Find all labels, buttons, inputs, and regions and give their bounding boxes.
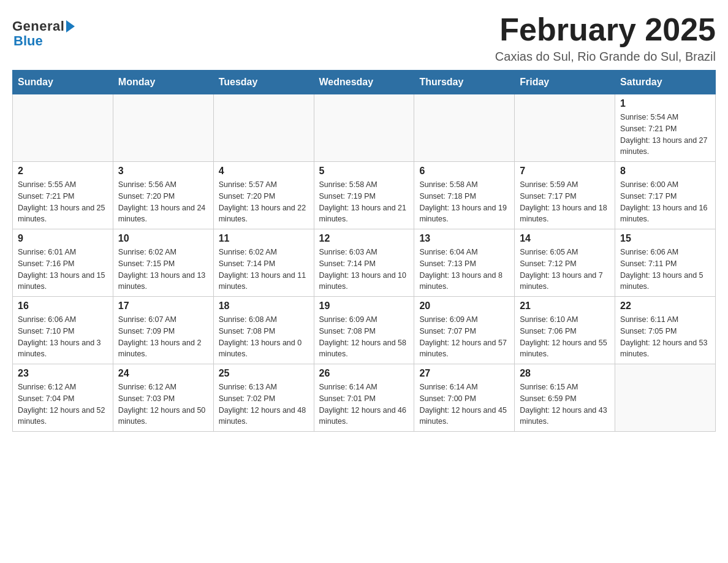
calendar-cell: 5Sunrise: 5:58 AMSunset: 7:19 PMDaylight… — [314, 162, 414, 229]
header-tuesday: Tuesday — [213, 71, 314, 94]
calendar-cell: 13Sunrise: 6:04 AMSunset: 7:13 PMDayligh… — [414, 229, 515, 297]
day-number: 18 — [219, 301, 309, 312]
calendar-cell: 26Sunrise: 6:14 AMSunset: 7:01 PMDayligh… — [314, 364, 414, 432]
week-row-1: 1Sunrise: 5:54 AMSunset: 7:21 PMDaylight… — [13, 94, 716, 162]
calendar-cell: 12Sunrise: 6:03 AMSunset: 7:14 PMDayligh… — [314, 229, 414, 297]
day-number: 24 — [118, 368, 208, 379]
calendar-cell: 2Sunrise: 5:55 AMSunset: 7:21 PMDaylight… — [13, 162, 113, 229]
day-number: 16 — [18, 301, 108, 312]
week-row-4: 16Sunrise: 6:06 AMSunset: 7:10 PMDayligh… — [13, 297, 716, 364]
day-info: Sunrise: 6:11 AMSunset: 7:05 PMDaylight:… — [620, 314, 710, 360]
calendar-cell: 1Sunrise: 5:54 AMSunset: 7:21 PMDaylight… — [615, 94, 716, 162]
day-number: 3 — [118, 166, 208, 177]
header-thursday: Thursday — [414, 71, 515, 94]
week-row-3: 9Sunrise: 6:01 AMSunset: 7:16 PMDaylight… — [13, 229, 716, 297]
day-info: Sunrise: 5:55 AMSunset: 7:21 PMDaylight:… — [18, 179, 108, 225]
calendar-cell: 10Sunrise: 6:02 AMSunset: 7:15 PMDayligh… — [113, 229, 213, 297]
day-info: Sunrise: 6:07 AMSunset: 7:09 PMDaylight:… — [118, 314, 208, 360]
day-number: 20 — [419, 301, 509, 312]
calendar-cell — [213, 94, 314, 162]
header-monday: Monday — [113, 71, 213, 94]
day-number: 7 — [520, 166, 610, 177]
calendar-cell — [615, 364, 716, 432]
calendar-cell: 18Sunrise: 6:08 AMSunset: 7:08 PMDayligh… — [213, 297, 314, 364]
day-info: Sunrise: 5:57 AMSunset: 7:20 PMDaylight:… — [219, 179, 309, 225]
day-number: 15 — [620, 233, 710, 244]
day-number: 1 — [620, 98, 710, 109]
header-sunday: Sunday — [13, 71, 113, 94]
header-wednesday: Wednesday — [314, 71, 414, 94]
day-info: Sunrise: 6:04 AMSunset: 7:13 PMDaylight:… — [419, 247, 509, 293]
day-info: Sunrise: 6:08 AMSunset: 7:08 PMDaylight:… — [219, 314, 309, 360]
calendar-cell: 7Sunrise: 5:59 AMSunset: 7:17 PMDaylight… — [515, 162, 615, 229]
day-info: Sunrise: 6:02 AMSunset: 7:14 PMDaylight:… — [219, 247, 309, 293]
day-number: 2 — [18, 166, 108, 177]
day-info: Sunrise: 6:12 AMSunset: 7:03 PMDaylight:… — [118, 381, 208, 427]
day-number: 28 — [520, 368, 610, 379]
page-header: General Blue February 2025 Caxias do Sul… — [12, 12, 716, 64]
calendar-cell: 22Sunrise: 6:11 AMSunset: 7:05 PMDayligh… — [615, 297, 716, 364]
day-number: 26 — [319, 368, 409, 379]
day-number: 19 — [319, 301, 409, 312]
day-number: 23 — [18, 368, 108, 379]
calendar-header-row: SundayMondayTuesdayWednesdayThursdayFrid… — [13, 71, 716, 94]
calendar-cell: 28Sunrise: 6:15 AMSunset: 6:59 PMDayligh… — [515, 364, 615, 432]
day-number: 5 — [319, 166, 409, 177]
calendar-cell: 9Sunrise: 6:01 AMSunset: 7:16 PMDaylight… — [13, 229, 113, 297]
day-number: 25 — [219, 368, 309, 379]
day-number: 11 — [219, 233, 309, 244]
title-block: February 2025 Caxias do Sul, Rio Grande … — [495, 12, 716, 64]
calendar-cell: 23Sunrise: 6:12 AMSunset: 7:04 PMDayligh… — [13, 364, 113, 432]
calendar-cell: 8Sunrise: 6:00 AMSunset: 7:17 PMDaylight… — [615, 162, 716, 229]
header-friday: Friday — [515, 71, 615, 94]
day-info: Sunrise: 6:09 AMSunset: 7:07 PMDaylight:… — [419, 314, 509, 360]
day-info: Sunrise: 6:03 AMSunset: 7:14 PMDaylight:… — [319, 247, 409, 293]
day-number: 10 — [118, 233, 208, 244]
day-number: 6 — [419, 166, 509, 177]
calendar-cell: 16Sunrise: 6:06 AMSunset: 7:10 PMDayligh… — [13, 297, 113, 364]
calendar-cell: 11Sunrise: 6:02 AMSunset: 7:14 PMDayligh… — [213, 229, 314, 297]
week-row-2: 2Sunrise: 5:55 AMSunset: 7:21 PMDaylight… — [13, 162, 716, 229]
day-info: Sunrise: 5:56 AMSunset: 7:20 PMDaylight:… — [118, 179, 208, 225]
day-number: 14 — [520, 233, 610, 244]
location-subtitle: Caxias do Sul, Rio Grande do Sul, Brazil — [495, 50, 716, 64]
calendar-cell: 3Sunrise: 5:56 AMSunset: 7:20 PMDaylight… — [113, 162, 213, 229]
day-info: Sunrise: 6:14 AMSunset: 7:00 PMDaylight:… — [419, 381, 509, 427]
day-info: Sunrise: 6:14 AMSunset: 7:01 PMDaylight:… — [319, 381, 409, 427]
calendar-cell: 25Sunrise: 6:13 AMSunset: 7:02 PMDayligh… — [213, 364, 314, 432]
day-info: Sunrise: 5:54 AMSunset: 7:21 PMDaylight:… — [620, 112, 710, 158]
day-info: Sunrise: 6:06 AMSunset: 7:10 PMDaylight:… — [18, 314, 108, 360]
calendar-cell — [13, 94, 113, 162]
day-info: Sunrise: 5:58 AMSunset: 7:19 PMDaylight:… — [319, 179, 409, 225]
day-info: Sunrise: 6:06 AMSunset: 7:11 PMDaylight:… — [620, 247, 710, 293]
day-number: 4 — [219, 166, 309, 177]
day-number: 8 — [620, 166, 710, 177]
day-info: Sunrise: 6:15 AMSunset: 6:59 PMDaylight:… — [520, 381, 610, 427]
logo-general-text: General — [12, 18, 64, 34]
calendar-cell: 24Sunrise: 6:12 AMSunset: 7:03 PMDayligh… — [113, 364, 213, 432]
day-number: 9 — [18, 233, 108, 244]
day-info: Sunrise: 6:10 AMSunset: 7:06 PMDaylight:… — [520, 314, 610, 360]
logo: General Blue — [12, 12, 75, 49]
calendar-cell — [113, 94, 213, 162]
calendar-cell: 27Sunrise: 6:14 AMSunset: 7:00 PMDayligh… — [414, 364, 515, 432]
calendar-cell: 21Sunrise: 6:10 AMSunset: 7:06 PMDayligh… — [515, 297, 615, 364]
day-info: Sunrise: 6:12 AMSunset: 7:04 PMDaylight:… — [18, 381, 108, 427]
calendar-cell: 19Sunrise: 6:09 AMSunset: 7:08 PMDayligh… — [314, 297, 414, 364]
day-number: 27 — [419, 368, 509, 379]
day-info: Sunrise: 6:00 AMSunset: 7:17 PMDaylight:… — [620, 179, 710, 225]
day-info: Sunrise: 6:05 AMSunset: 7:12 PMDaylight:… — [520, 247, 610, 293]
calendar-table: SundayMondayTuesdayWednesdayThursdayFrid… — [12, 70, 716, 432]
calendar-cell: 4Sunrise: 5:57 AMSunset: 7:20 PMDaylight… — [213, 162, 314, 229]
day-info: Sunrise: 6:09 AMSunset: 7:08 PMDaylight:… — [319, 314, 409, 360]
calendar-cell: 15Sunrise: 6:06 AMSunset: 7:11 PMDayligh… — [615, 229, 716, 297]
day-number: 12 — [319, 233, 409, 244]
day-number: 13 — [419, 233, 509, 244]
calendar-cell — [515, 94, 615, 162]
day-info: Sunrise: 5:59 AMSunset: 7:17 PMDaylight:… — [520, 179, 610, 225]
calendar-cell — [414, 94, 515, 162]
day-info: Sunrise: 6:13 AMSunset: 7:02 PMDaylight:… — [219, 381, 309, 427]
header-saturday: Saturday — [615, 71, 716, 94]
logo-arrow-icon — [66, 20, 75, 33]
day-number: 21 — [520, 301, 610, 312]
